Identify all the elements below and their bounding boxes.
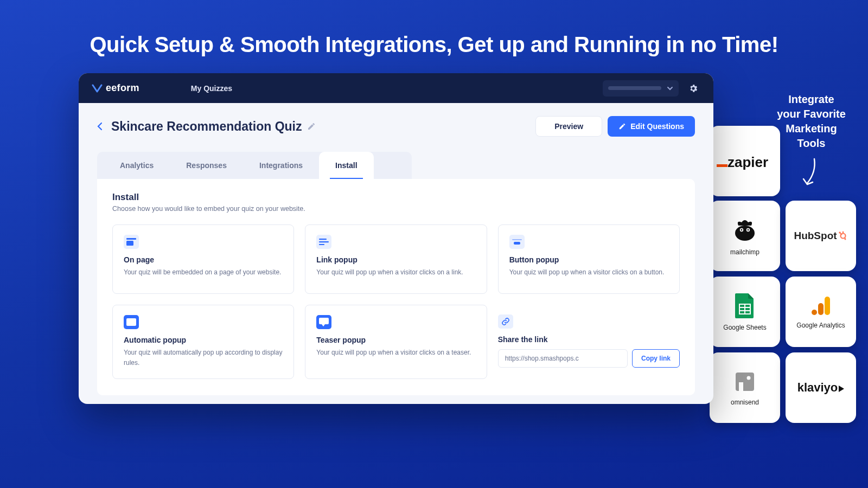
svg-rect-18	[825, 297, 830, 315]
svg-line-13	[845, 237, 845, 239]
tab-responses[interactable]: Responses	[170, 152, 243, 179]
svg-rect-19	[818, 303, 824, 315]
svg-rect-32	[319, 318, 329, 324]
button-popup-icon	[509, 235, 525, 249]
rename-button[interactable]	[307, 122, 316, 131]
svg-point-2	[735, 226, 755, 241]
integration-tile-klaviyo: klaviyo	[786, 352, 856, 423]
quiz-title: Skincare Recommendation Quiz	[111, 119, 302, 134]
share-url-input[interactable]	[498, 349, 628, 368]
automatic-popup-icon	[124, 315, 139, 329]
nav-my-quizzes[interactable]: My Quizzes	[191, 84, 232, 93]
hero-headline: Quick Setup & Smooth Integrations, Get u…	[0, 33, 868, 57]
ganalytics-icon	[809, 294, 832, 317]
tab-integrations[interactable]: Integrations	[243, 152, 319, 179]
option-automatic-popup[interactable]: Automatic popup Your quiz will automatic…	[112, 305, 294, 379]
svg-rect-0	[717, 164, 727, 167]
account-dropdown[interactable]	[603, 80, 679, 97]
app-window: eeform My Quizzes Skincare Recommendatio…	[79, 73, 713, 404]
integration-tile-gsheets: Google Sheets	[710, 277, 780, 347]
edit-questions-button[interactable]: Edit Questions	[608, 116, 695, 137]
integration-tile-mailchimp: mailchimp	[710, 201, 780, 271]
mailchimp-icon	[731, 216, 759, 244]
tabs: Analytics Responses Integrations Install	[97, 152, 412, 179]
option-on-page[interactable]: On page Your quiz will be embedded on a …	[112, 224, 294, 294]
pencil-icon	[618, 123, 626, 130]
svg-rect-30	[514, 242, 520, 245]
copy-link-button[interactable]: Copy link	[632, 349, 680, 368]
svg-point-6	[748, 229, 749, 231]
tab-install[interactable]: Install	[319, 152, 373, 179]
gsheets-icon	[734, 292, 756, 319]
svg-rect-28	[319, 244, 324, 245]
svg-rect-26	[319, 239, 327, 240]
svg-rect-29	[512, 239, 522, 240]
title-row: Skincare Recommendation Quiz Preview Edi…	[97, 116, 695, 137]
svg-rect-25	[126, 241, 133, 246]
on-page-icon	[124, 235, 139, 249]
svg-rect-31	[126, 318, 136, 326]
svg-rect-21	[736, 373, 754, 391]
chevron-down-icon	[667, 85, 673, 92]
gear-icon	[688, 84, 698, 93]
integration-tile-ganalytics: Google Analytics	[786, 277, 856, 347]
option-teaser-popup[interactable]: Teaser popup Your quiz will pop up when …	[305, 305, 487, 379]
section-subtitle: Choose how you would like to embed your …	[112, 205, 680, 213]
app-header: eeform My Quizzes	[79, 73, 713, 103]
install-section: Install Choose how you would like to emb…	[97, 179, 695, 395]
option-button-popup[interactable]: Button popup Your quiz will pop up when …	[498, 224, 680, 294]
teaser-popup-icon	[316, 315, 331, 329]
back-button[interactable]	[97, 122, 103, 131]
integration-tile-hubspot: HubSpot	[786, 201, 856, 271]
svg-rect-24	[126, 238, 136, 240]
link-icon	[498, 314, 513, 329]
install-options-grid: On page Your quiz will be embedded on a …	[112, 224, 680, 379]
tab-analytics[interactable]: Analytics	[104, 152, 170, 179]
integration-tile-grid: mailchimp HubSpot Google Sheets	[710, 201, 856, 423]
chevron-left-icon	[97, 122, 103, 131]
svg-point-20	[812, 310, 817, 315]
omnisend-icon	[732, 369, 757, 394]
preview-button[interactable]: Preview	[535, 116, 602, 137]
settings-button[interactable]	[686, 81, 700, 95]
link-popup-icon	[316, 235, 331, 249]
share-link-block: Share the link Copy link	[498, 305, 680, 379]
svg-point-22	[747, 376, 751, 380]
logo-icon	[92, 83, 103, 94]
pencil-icon	[307, 122, 316, 131]
svg-point-5	[741, 229, 743, 231]
svg-rect-27	[319, 241, 329, 242]
svg-rect-23	[739, 382, 743, 391]
hubspot-icon	[838, 231, 848, 241]
option-link-popup[interactable]: Link popup Your quiz will pop up when a …	[305, 224, 487, 294]
svg-text:zapier: zapier	[727, 154, 768, 170]
arrow-icon	[801, 156, 822, 189]
integration-tile-zapier: zapier	[710, 126, 780, 196]
integration-tile-omnisend: omnisend	[710, 352, 780, 423]
section-heading: Install	[112, 192, 680, 203]
brand-logo[interactable]: eeform	[92, 82, 139, 94]
